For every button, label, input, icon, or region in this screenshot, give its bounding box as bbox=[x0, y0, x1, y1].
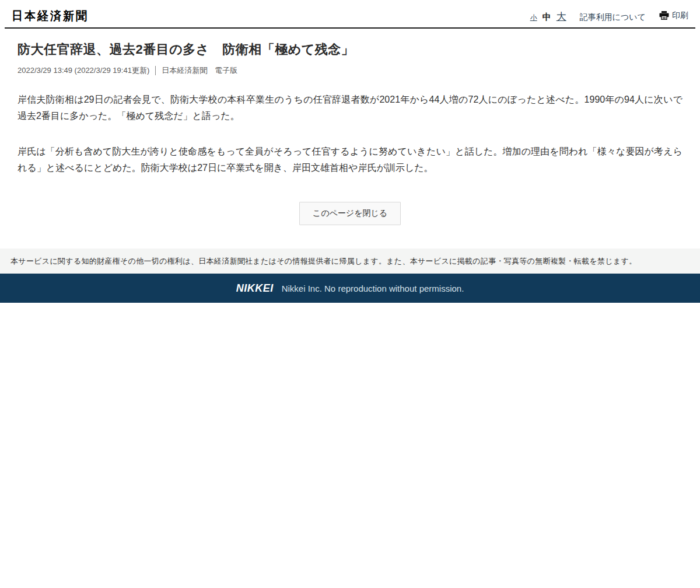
footer-bar: NIKKEI Nikkei Inc. No reproduction witho… bbox=[0, 274, 700, 303]
article-title: 防大任官辞退、過去2番目の多さ 防衛相「極めて残念」 bbox=[18, 41, 682, 58]
print-button[interactable]: 印刷 bbox=[659, 10, 688, 21]
font-size-small-button[interactable]: 小 bbox=[530, 13, 537, 23]
disclaimer-bar: 本サービスに関する知的財産権その他一切の権利は、日本経済新聞社またはその情報提供… bbox=[0, 249, 700, 274]
close-button-row: このページを閉じる bbox=[18, 202, 682, 225]
header-toolbar: 小 中 大 記事利用について 印刷 bbox=[530, 10, 688, 24]
copyright-text: Nikkei Inc. No reproduction without perm… bbox=[282, 284, 464, 293]
disclaimer-text: 本サービスに関する知的財産権その他一切の権利は、日本経済新聞社またはその情報提供… bbox=[10, 256, 636, 267]
article-meta: 2022/3/29 13:49 (2022/3/29 19:41更新) 日本経済… bbox=[18, 65, 682, 76]
printer-icon bbox=[659, 11, 669, 20]
page-header: 日本経済新聞 小 中 大 記事利用について 印刷 bbox=[5, 0, 695, 29]
article-timestamp: 2022/3/29 13:49 (2022/3/29 19:41更新) bbox=[18, 65, 149, 76]
font-size-large-button[interactable]: 大 bbox=[556, 10, 566, 23]
print-label: 印刷 bbox=[672, 10, 688, 21]
article-source: 日本経済新聞 電子版 bbox=[162, 65, 237, 76]
article-main: 防大任官辞退、過去2番目の多さ 防衛相「極めて残念」 2022/3/29 13:… bbox=[0, 41, 700, 225]
meta-divider bbox=[155, 66, 156, 75]
article-usage-link[interactable]: 記事利用について bbox=[580, 12, 646, 23]
article-paragraph-2: 岸氏は「分析も含めて防大生が誇りと使命感をもって全員がそろって任官するように努め… bbox=[18, 144, 682, 176]
article-body: 岸信夫防衛相は29日の記者会見で、防衛大学校の本科卒業生のうちの任官辞退者数が2… bbox=[18, 92, 682, 176]
close-page-button[interactable]: このページを閉じる bbox=[299, 202, 401, 225]
article-paragraph-1: 岸信夫防衛相は29日の記者会見で、防衛大学校の本科卒業生のうちの任官辞退者数が2… bbox=[18, 92, 682, 124]
nikkei-masthead-logo[interactable]: 日本経済新聞 bbox=[12, 8, 89, 24]
font-size-medium-button[interactable]: 中 bbox=[542, 12, 551, 23]
nikkei-footer-logo: NIKKEI bbox=[236, 282, 274, 295]
